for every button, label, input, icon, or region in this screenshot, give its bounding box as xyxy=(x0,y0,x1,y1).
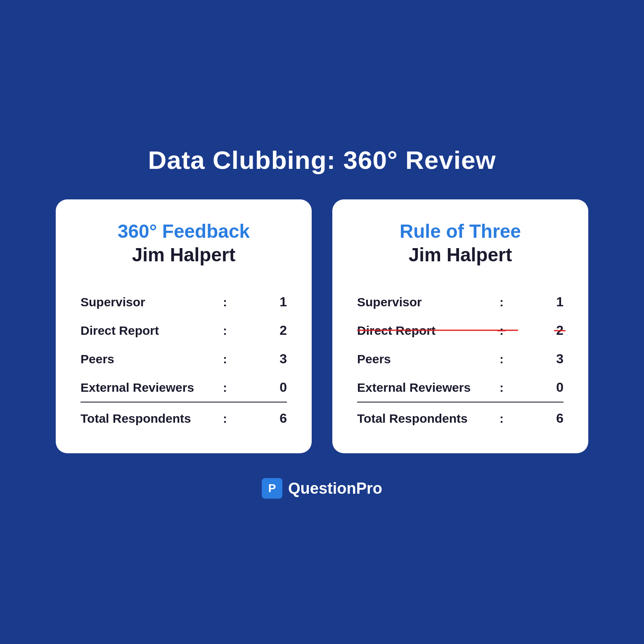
table-row: Direct Report : 2 xyxy=(80,316,287,345)
external-reviewers-value-r: 0 xyxy=(512,373,564,402)
total-respondents-label: Total Respondents xyxy=(80,402,215,433)
card-rule-header: Rule of Three Jim Halpert xyxy=(357,220,564,268)
total-row-r: Total Respondents : 6 xyxy=(357,402,564,433)
table-row: External Reviewers : 0 xyxy=(357,373,564,402)
peers-value-r: 3 xyxy=(512,345,564,373)
questionpro-logo-icon: P xyxy=(262,478,282,499)
direct-report-colon-strike: : xyxy=(500,324,504,338)
external-reviewers-label: External Reviewers xyxy=(80,373,215,402)
direct-report-label-r: Direct Report xyxy=(357,316,491,345)
card-feedback-title: 360° Feedback xyxy=(80,220,287,243)
peers-value: 3 xyxy=(235,345,287,373)
total-respondents-value: 6 xyxy=(235,402,287,433)
direct-report-value: 2 xyxy=(235,316,287,345)
total-respondents-label-r: Total Respondents xyxy=(357,402,491,433)
total-row: Total Respondents : 6 xyxy=(80,402,287,433)
external-reviewers-label-r: External Reviewers xyxy=(357,373,491,402)
supervisor-label: Supervisor xyxy=(80,288,215,316)
direct-report-colon: : xyxy=(215,316,235,345)
page-title: Data Clubbing: 360° Review xyxy=(148,145,496,175)
external-reviewers-value: 0 xyxy=(235,373,287,402)
supervisor-colon: : xyxy=(215,288,235,316)
table-row: External Reviewers : 0 xyxy=(80,373,287,402)
external-reviewers-colon-r: : xyxy=(491,373,512,402)
external-reviewers-colon: : xyxy=(215,373,235,402)
total-respondents-value-r: 6 xyxy=(512,402,564,433)
supervisor-label-r: Supervisor xyxy=(357,288,491,316)
cards-container: 360° Feedback Jim Halpert Supervisor : 1… xyxy=(56,199,588,454)
total-respondents-colon-r: : xyxy=(491,402,512,433)
direct-report-colon-r: : xyxy=(491,316,512,345)
direct-report-value-r: 2 xyxy=(512,316,564,345)
rule-table: Supervisor : 1 Direct Report : 2 xyxy=(357,288,564,433)
logo-letter: P xyxy=(268,482,276,495)
table-row: Peers : 3 xyxy=(357,345,564,373)
direct-report-strikethrough-text: Direct Report xyxy=(357,324,436,337)
card-rule-title: Rule of Three xyxy=(357,220,564,243)
table-row: Peers : 3 xyxy=(80,345,287,373)
card-feedback-name: Jim Halpert xyxy=(80,243,287,268)
card-feedback-header: 360° Feedback Jim Halpert xyxy=(80,220,287,268)
peers-label-r: Peers xyxy=(357,345,491,373)
direct-report-value-strike: 2 xyxy=(556,323,564,338)
card-rule-name: Jim Halpert xyxy=(357,243,564,268)
direct-report-label: Direct Report xyxy=(80,316,215,345)
supervisor-colon-r: : xyxy=(491,288,512,316)
peers-label: Peers xyxy=(80,345,215,373)
direct-report-row-strikethrough: Direct Report : 2 xyxy=(357,316,564,345)
supervisor-value: 1 xyxy=(235,288,287,316)
card-rule-of-three: Rule of Three Jim Halpert Supervisor : 1… xyxy=(332,199,588,454)
peers-colon-r: : xyxy=(491,345,512,373)
table-row: Supervisor : 1 xyxy=(80,288,287,316)
supervisor-value-r: 1 xyxy=(512,288,564,316)
logo-area: P QuestionPro xyxy=(262,478,382,499)
table-row: Supervisor : 1 xyxy=(357,288,564,316)
feedback-table: Supervisor : 1 Direct Report : 2 Peers :… xyxy=(80,288,287,433)
questionpro-logo-name: QuestionPro xyxy=(288,480,382,497)
total-respondents-colon: : xyxy=(215,402,235,433)
peers-colon: : xyxy=(215,345,235,373)
card-feedback: 360° Feedback Jim Halpert Supervisor : 1… xyxy=(56,199,312,454)
